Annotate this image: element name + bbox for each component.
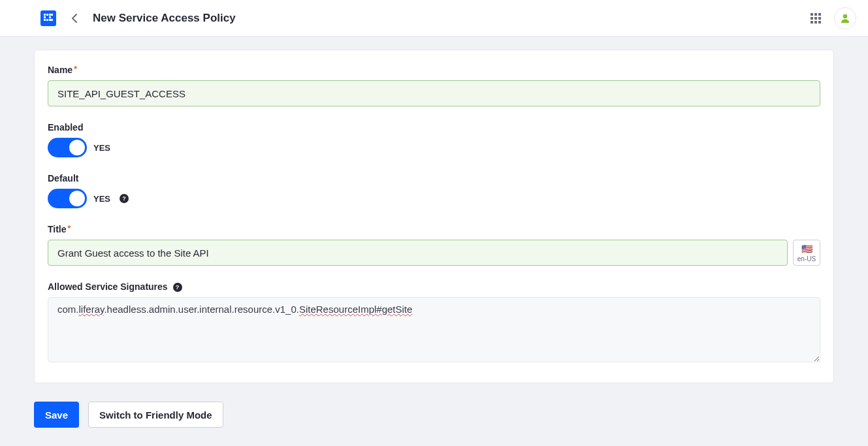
- save-button[interactable]: Save: [34, 402, 79, 428]
- svg-point-25: [843, 14, 847, 18]
- signatures-label-text: Allowed Service Signatures: [48, 281, 168, 292]
- page-title: New Service Access Policy: [93, 12, 236, 25]
- help-icon[interactable]: ?: [120, 194, 129, 203]
- default-label: Default: [48, 173, 78, 183]
- default-toggle-text: YES: [93, 194, 110, 204]
- svg-rect-0: [44, 14, 46, 16]
- svg-rect-24: [818, 21, 821, 24]
- apps-grid-icon: [811, 13, 821, 24]
- svg-rect-17: [814, 13, 817, 16]
- signatures-label: Allowed Service Signatures ?: [48, 281, 182, 292]
- header-right: [807, 7, 856, 29]
- enabled-field-group: Enabled YES: [48, 122, 820, 157]
- svg-rect-12: [51, 14, 53, 16]
- signatures-field-group: Allowed Service Signatures ? com.liferay…: [48, 281, 820, 364]
- header-left: New Service Access Policy: [12, 10, 236, 26]
- back-button[interactable]: [68, 12, 81, 25]
- svg-rect-22: [811, 21, 813, 24]
- enabled-toggle-row: YES: [48, 138, 820, 157]
- name-field-group: Name*: [48, 65, 820, 106]
- title-label-text: Title: [48, 224, 67, 234]
- footer-actions: Save Switch to Friendly Mode: [34, 402, 834, 428]
- name-input[interactable]: [48, 80, 820, 106]
- enabled-label: Enabled: [48, 122, 83, 133]
- name-label: Name*: [48, 65, 77, 75]
- svg-rect-6: [44, 19, 46, 21]
- title-label: Title*: [48, 224, 71, 234]
- switch-mode-button[interactable]: Switch to Friendly Mode: [88, 402, 223, 428]
- help-icon[interactable]: ?: [173, 283, 182, 292]
- svg-rect-18: [818, 13, 821, 16]
- user-icon: [840, 13, 850, 24]
- signatures-textarea[interactable]: com.liferay.headless.admin.user.internal…: [48, 297, 820, 362]
- svg-rect-1: [46, 14, 48, 16]
- brand-logo-icon: [43, 13, 54, 24]
- svg-rect-21: [818, 17, 821, 20]
- locale-selector[interactable]: 🇺🇸 en-US: [793, 240, 820, 266]
- svg-rect-10: [49, 19, 51, 21]
- user-menu-button[interactable]: [834, 7, 856, 29]
- svg-rect-7: [46, 19, 48, 21]
- svg-rect-3: [44, 16, 46, 18]
- svg-rect-14: [51, 19, 53, 21]
- title-input[interactable]: [48, 240, 788, 266]
- form-panel: Name* Enabled YES Default YES ? Title*: [34, 50, 834, 383]
- apps-menu-button[interactable]: [807, 9, 825, 27]
- svg-rect-20: [814, 17, 817, 20]
- enabled-toggle[interactable]: [48, 138, 87, 157]
- name-label-text: Name: [48, 65, 72, 75]
- content-container: Name* Enabled YES Default YES ? Title*: [0, 37, 868, 446]
- page-header: New Service Access Policy: [0, 0, 868, 37]
- svg-rect-23: [814, 21, 817, 24]
- svg-rect-2: [49, 14, 51, 16]
- default-field-group: Default YES ?: [48, 173, 820, 208]
- default-toggle-row: YES ?: [48, 189, 820, 208]
- chevron-left-icon: [71, 14, 78, 23]
- svg-rect-19: [811, 17, 813, 20]
- flag-icon: 🇺🇸: [801, 244, 812, 254]
- title-row: 🇺🇸 en-US: [48, 240, 820, 266]
- default-toggle[interactable]: [48, 189, 87, 208]
- required-indicator: *: [74, 65, 77, 74]
- required-indicator: *: [68, 224, 71, 233]
- enabled-toggle-text: YES: [93, 143, 110, 153]
- locale-code-text: en-US: [797, 255, 816, 263]
- signatures-wrap: com.liferay.headless.admin.user.internal…: [48, 297, 820, 364]
- svg-rect-16: [811, 13, 813, 16]
- brand-logo[interactable]: [40, 10, 56, 26]
- svg-rect-4: [49, 16, 51, 18]
- title-field-group: Title* 🇺🇸 en-US: [48, 224, 820, 266]
